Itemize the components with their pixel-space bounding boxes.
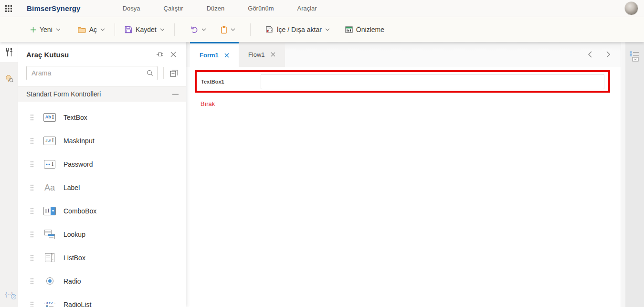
toolbar-separator: [250, 23, 251, 36]
toolbox-item-radio[interactable]: Radio: [18, 269, 186, 293]
toolbox-item-combobox[interactable]: I▼ ComboBox: [18, 199, 186, 222]
user-avatar[interactable]: [624, 1, 638, 15]
preview-icon: [345, 26, 353, 33]
maskinput-icon: #.#I: [42, 135, 57, 147]
toolbox-list: AbI TextBox #.#I MaskInput ●●I Password: [18, 102, 186, 307]
collapse-section-icon: [172, 94, 179, 95]
toolbox-item-label[interactable]: Aa Label: [18, 176, 186, 199]
toolbox-divider: [163, 67, 164, 79]
import-export-button[interactable]: İçe / Dışa aktar: [260, 22, 335, 37]
tab-scroll-right-icon[interactable]: [605, 51, 611, 58]
clipboard-icon: [221, 26, 227, 34]
import-export-icon: [265, 26, 274, 33]
drag-handle-icon[interactable]: [30, 254, 36, 261]
save-icon: [125, 26, 132, 33]
drag-handle-icon[interactable]: [30, 231, 36, 238]
toolbox-item-password[interactable]: ●●I Password: [18, 152, 186, 176]
top-menu-bar: BimserSynergy Dosya Çalıştır Düzen Görün…: [0, 0, 644, 17]
drop-hint-text: Bırak: [201, 100, 610, 107]
undo-icon: [190, 26, 198, 34]
collapse-panel-icon[interactable]: [168, 67, 179, 79]
drag-handle-icon[interactable]: [30, 184, 36, 191]
tools-icon: [5, 48, 13, 57]
lookup-icon: [42, 229, 57, 240]
brand-logo: BimserSynergy: [27, 4, 81, 12]
toolbar-separator: [115, 23, 115, 36]
search-input[interactable]: [32, 69, 147, 77]
code-help-strip-button[interactable]: {··}?: [0, 284, 18, 304]
drag-handle-icon[interactable]: [30, 114, 36, 121]
textbox-icon: AbI: [42, 112, 57, 123]
chevron-down-icon: [160, 28, 165, 31]
menu-duzen[interactable]: Düzen: [207, 5, 225, 12]
canvas-scrollbar[interactable]: [621, 42, 625, 307]
toolbox-item-lookup[interactable]: Lookup: [18, 222, 186, 246]
selected-textbox-control[interactable]: TextBox1: [195, 70, 610, 93]
menu-gorunum[interactable]: Görünüm: [248, 5, 274, 12]
label-icon: Aa: [42, 182, 57, 193]
menu-araclar[interactable]: Araçlar: [297, 5, 317, 12]
save-button[interactable]: Kaydet: [119, 22, 170, 37]
chevron-down-icon: [56, 28, 61, 31]
drag-handle-icon[interactable]: [30, 278, 36, 285]
toolbox-panel: Araç Kutusu: [18, 42, 186, 307]
chevron-down-icon: [100, 28, 105, 31]
designer-workarea: Form1 Flow1 Tex: [186, 42, 621, 307]
tab-form1[interactable]: Form1: [190, 42, 239, 67]
chevron-down-icon: [325, 28, 330, 31]
close-tab-icon[interactable]: [271, 52, 275, 57]
drag-handle-icon[interactable]: [30, 161, 36, 168]
toolbar: Yeni Aç Kaydet: [0, 17, 644, 42]
menu-calistir[interactable]: Çalıştır: [164, 5, 183, 12]
toolbar-separator: [174, 23, 175, 36]
close-tab-icon[interactable]: [224, 53, 229, 58]
open-button[interactable]: Aç: [73, 22, 110, 37]
drag-handle-icon[interactable]: [30, 138, 36, 144]
toolbox-title: Araç Kutusu: [26, 51, 152, 59]
plus-icon: [30, 27, 36, 33]
insight-strip-button[interactable]: [0, 69, 18, 89]
app-launcher-icon[interactable]: [4, 4, 13, 13]
form-canvas[interactable]: TextBox1 Bırak: [186, 67, 621, 307]
menu-dosya[interactable]: Dosya: [123, 5, 140, 12]
drag-handle-icon[interactable]: [30, 208, 36, 214]
toolbox-strip-button[interactable]: [0, 42, 18, 62]
close-icon[interactable]: [168, 49, 179, 60]
tab-flow1[interactable]: Flow1: [239, 42, 285, 67]
undo-button[interactable]: [185, 22, 211, 37]
bulb-search-icon: [5, 74, 14, 84]
activity-strip: {··}?: [0, 42, 18, 307]
textbox1-input[interactable]: [261, 74, 604, 89]
radiolist-icon: ⌐XYZ¬: [42, 299, 57, 307]
drag-handle-icon[interactable]: [30, 301, 36, 307]
tab-strip: Form1 Flow1: [186, 42, 621, 67]
pin-icon[interactable]: [155, 49, 165, 60]
main-menu: Dosya Çalıştır Düzen Görünüm Araçlar: [123, 5, 317, 12]
control-label: TextBox1: [197, 79, 261, 85]
section-standard-form-controls[interactable]: Standart Form Kontrolleri: [18, 86, 186, 102]
radio-icon: [42, 275, 57, 287]
chevron-down-icon: [231, 28, 235, 31]
code-help-icon: {··}?: [5, 291, 13, 297]
toolbox-item-listbox[interactable]: ˄˅ ListBox: [18, 246, 186, 269]
search-icon: [147, 70, 153, 76]
toolbox-item-maskinput[interactable]: #.#I MaskInput: [18, 129, 186, 152]
paste-button[interactable]: [215, 22, 241, 37]
toolbox-search: [26, 66, 158, 80]
right-strip: [625, 42, 644, 307]
listbox-icon: ˄˅: [42, 252, 57, 264]
folder-icon: [78, 26, 86, 33]
toolbox-item-radiolist[interactable]: ⌐XYZ¬ RadioList: [18, 293, 186, 307]
chevron-down-icon: [201, 28, 206, 31]
toolbox-item-textbox[interactable]: AbI TextBox: [18, 106, 186, 129]
password-icon: ●●I: [42, 159, 57, 170]
combobox-icon: I▼: [42, 205, 57, 217]
preview-button[interactable]: Önizleme: [340, 22, 390, 37]
properties-panel-icon[interactable]: [630, 51, 640, 62]
new-button[interactable]: Yeni: [25, 22, 66, 37]
tab-scroll-left-icon[interactable]: [587, 51, 593, 58]
